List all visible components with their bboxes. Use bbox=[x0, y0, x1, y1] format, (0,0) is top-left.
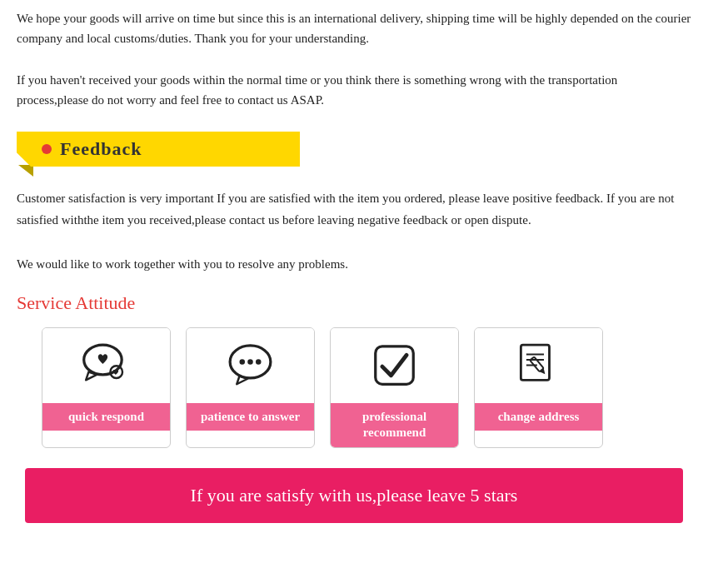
svg-rect-9 bbox=[521, 345, 549, 380]
feedback-para2: We would like to work together with you … bbox=[17, 254, 691, 276]
service-card-patience-to-answer: patience to answer bbox=[186, 327, 315, 448]
patience-to-answer-label: patience to answer bbox=[187, 403, 314, 431]
svg-marker-1 bbox=[86, 372, 97, 381]
svg-point-7 bbox=[256, 359, 262, 365]
feedback-pointer bbox=[18, 165, 33, 177]
service-card-change-address: change address bbox=[474, 327, 603, 448]
feedback-banner: Feedback bbox=[17, 132, 300, 167]
svg-point-5 bbox=[240, 359, 246, 365]
intro-para2: If you haven't received your goods withi… bbox=[17, 70, 691, 110]
service-card-professional-recommend: professional recommend bbox=[330, 327, 459, 448]
five-stars-bar: If you are satisfy with us,please leave … bbox=[25, 468, 683, 523]
intro-para1: We hope your goods will arrive on time b… bbox=[17, 8, 691, 48]
professional-recommend-label: professional recommend bbox=[331, 403, 458, 447]
service-attitude-title: Service Attitude bbox=[17, 292, 691, 314]
service-card-quick-respond: quick respond bbox=[42, 327, 171, 448]
svg-point-6 bbox=[247, 359, 253, 365]
svg-marker-4 bbox=[237, 376, 247, 385]
quick-respond-label: quick respond bbox=[42, 403, 170, 431]
patience-to-answer-icon bbox=[187, 328, 314, 403]
feedback-title: Feedback bbox=[60, 138, 142, 160]
change-address-label: change address bbox=[475, 403, 602, 431]
svg-marker-14 bbox=[540, 368, 547, 376]
feedback-banner-wrapper: Feedback bbox=[17, 132, 300, 177]
quick-respond-icon bbox=[42, 328, 170, 403]
feedback-para1: Customer satisfaction is very important … bbox=[17, 188, 691, 231]
feedback-dot bbox=[42, 144, 52, 154]
change-address-icon bbox=[475, 328, 602, 403]
service-icons-row: quick respond patience to answer p bbox=[17, 327, 691, 448]
professional-recommend-icon bbox=[331, 328, 458, 403]
